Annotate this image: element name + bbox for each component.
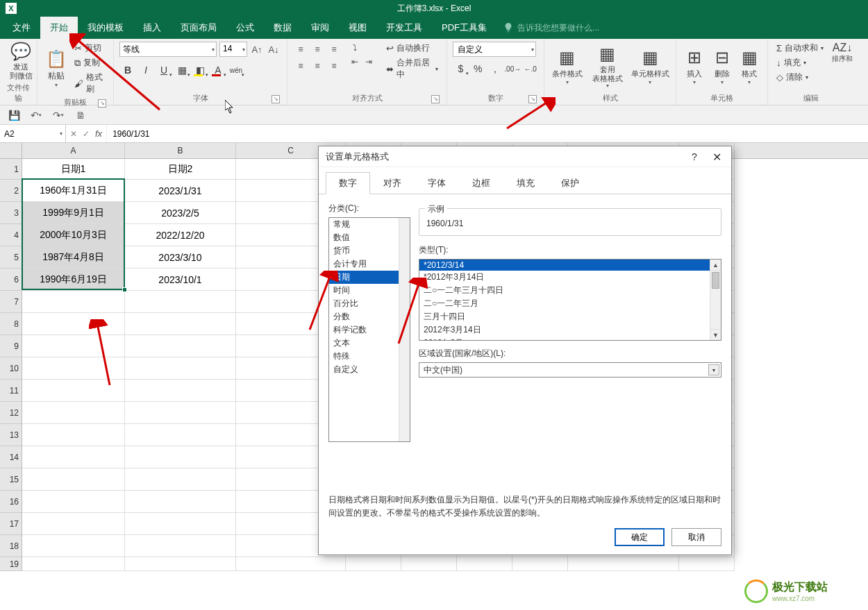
cell[interactable]: 1987年4月8日 (22, 246, 125, 269)
dialog-close-button[interactable]: ✕ (706, 149, 727, 164)
increase-indent-button[interactable]: ⇥ (362, 56, 375, 68)
cell[interactable] (125, 291, 236, 313)
cell[interactable] (125, 468, 236, 491)
row-header[interactable]: 7 (0, 291, 22, 313)
row-header[interactable]: 6 (0, 269, 22, 291)
sort-filter-button[interactable]: AZ↓排序和 (832, 42, 853, 64)
cell[interactable] (125, 557, 236, 571)
tab-my-templates[interactable]: 我的模板 (78, 17, 133, 39)
tab-home[interactable]: 开始 (40, 17, 78, 39)
enter-formula-button[interactable]: ✓ (83, 129, 90, 139)
type-item[interactable]: 2012年3月14日 (419, 323, 721, 337)
row-header[interactable]: 13 (0, 424, 22, 446)
cell[interactable]: 2022/12/20 (125, 224, 236, 246)
dialog-tab-fill[interactable]: 填充 (503, 172, 548, 194)
category-listbox[interactable]: 常规数值货币会计专用日期时间百分比分数科学记数文本特殊自定义 (328, 217, 410, 442)
cell[interactable]: 日期1 (22, 159, 125, 180)
dialog-tab-font[interactable]: 字体 (415, 172, 459, 194)
scroll-thumb[interactable] (712, 272, 719, 289)
alignment-dialog-launcher[interactable]: ↘ (431, 95, 440, 103)
type-item[interactable]: 二○一二年三月 (419, 297, 721, 310)
tab-page-layout[interactable]: 页面布局 (171, 17, 226, 39)
type-item[interactable]: 2012年3月 (419, 337, 721, 341)
insert-cells-button[interactable]: ⊞插入▾ (682, 42, 707, 92)
row-header[interactable]: 8 (0, 313, 22, 335)
cell[interactable]: 1960年1月31日 (22, 180, 125, 202)
save-button[interactable]: 💾 (6, 108, 22, 123)
font-size-combobox[interactable]: 14▾ (219, 42, 247, 57)
row-header[interactable]: 1 (0, 159, 22, 180)
clear-button[interactable]: ◇清除▾ (774, 71, 849, 84)
cell[interactable] (22, 557, 125, 571)
tab-data[interactable]: 数据 (264, 17, 301, 39)
tab-file[interactable]: 文件 (3, 17, 40, 39)
cell[interactable]: 日期2 (125, 159, 236, 180)
category-scrollbar[interactable] (399, 218, 410, 441)
dialog-tab-number[interactable]: 数字 (326, 172, 370, 194)
fill-color-button[interactable]: ◧▾ (192, 62, 208, 78)
number-dialog-launcher[interactable]: ↘ (528, 95, 537, 103)
dialog-help-button[interactable]: ? (687, 149, 702, 164)
cell[interactable]: 2023/1/31 (125, 180, 236, 202)
align-middle-button[interactable]: ≡ (310, 42, 325, 57)
increase-decimal-button[interactable]: .00→ (504, 61, 521, 76)
cut-button[interactable]: ✂剪切 (72, 42, 108, 55)
align-bottom-button[interactable]: ≡ (326, 42, 342, 57)
fx-icon[interactable]: fx (95, 128, 102, 139)
cell[interactable]: 2000年10月3日 (22, 224, 125, 246)
row-header[interactable]: 19 (0, 557, 22, 571)
cell[interactable] (568, 557, 679, 571)
column-header[interactable]: B (125, 143, 236, 158)
type-scrollbar[interactable]: ▲ ▼ (710, 260, 721, 340)
cell[interactable]: 2023/3/10 (125, 246, 236, 269)
category-item[interactable]: 科学记数 (329, 323, 410, 337)
dialog-tab-alignment[interactable]: 对齐 (370, 172, 415, 194)
cell[interactable] (125, 513, 236, 535)
category-item[interactable]: 常规 (329, 218, 410, 231)
wrap-text-button[interactable]: ↩自动换行 (383, 42, 441, 55)
cell[interactable] (125, 380, 236, 402)
cell[interactable] (401, 557, 457, 571)
tab-insert[interactable]: 插入 (133, 17, 171, 39)
cell-styles-button[interactable]: ▦单元格样式▾ (630, 42, 670, 92)
tab-view[interactable]: 视图 (339, 17, 376, 39)
category-item[interactable]: 特殊 (329, 350, 410, 363)
qat-customize-button[interactable]: 🗎 (72, 108, 89, 123)
cell[interactable]: 2023/2/5 (125, 202, 236, 224)
cancel-formula-button[interactable]: ✕ (70, 129, 77, 139)
type-item[interactable]: *2012/3/14 (419, 260, 721, 271)
font-name-combobox[interactable]: 等线▾ (119, 42, 217, 57)
accounting-format-button[interactable]: $▾ (453, 61, 469, 76)
ok-button[interactable]: 确定 (615, 528, 665, 546)
cell[interactable] (22, 535, 125, 557)
redo-button[interactable]: ↷▾ (50, 108, 67, 123)
scroll-down-button[interactable]: ▼ (710, 329, 721, 340)
dialog-tab-border[interactable]: 边框 (459, 172, 503, 194)
type-item[interactable]: 三月十四日 (419, 310, 721, 323)
row-header[interactable]: 11 (0, 380, 22, 402)
tab-developer[interactable]: 开发工具 (376, 17, 432, 39)
cell[interactable] (22, 446, 125, 468)
cell[interactable] (125, 491, 236, 513)
row-header[interactable]: 14 (0, 446, 22, 468)
row-header[interactable]: 10 (0, 357, 22, 380)
cell[interactable] (125, 357, 236, 380)
column-header[interactable]: A (22, 143, 125, 158)
border-button[interactable]: ▦▾ (174, 62, 190, 78)
font-color-button[interactable]: A▾ (210, 62, 226, 78)
copy-button[interactable]: ⧉复制 (72, 56, 108, 69)
row-header[interactable]: 5 (0, 246, 22, 269)
cell[interactable] (125, 335, 236, 357)
category-item[interactable]: 数值 (329, 231, 410, 244)
cell[interactable] (22, 291, 125, 313)
type-listbox[interactable]: *2012/3/14*2012年3月14日二○一二年三月十四日二○一二年三月三月… (419, 259, 721, 341)
percent-format-button[interactable]: % (470, 61, 486, 76)
type-item[interactable]: *2012年3月14日 (419, 271, 721, 284)
row-header[interactable]: 16 (0, 491, 22, 513)
format-cells-button[interactable]: ▦格式▾ (737, 42, 762, 92)
type-item[interactable]: 二○一二年三月十四日 (419, 284, 721, 297)
phonetic-guide-button[interactable]: wén▾ (228, 62, 244, 78)
merge-center-button[interactable]: ⬌合并后居中▾ (383, 56, 441, 81)
cell[interactable] (125, 446, 236, 468)
cell[interactable] (346, 557, 401, 571)
